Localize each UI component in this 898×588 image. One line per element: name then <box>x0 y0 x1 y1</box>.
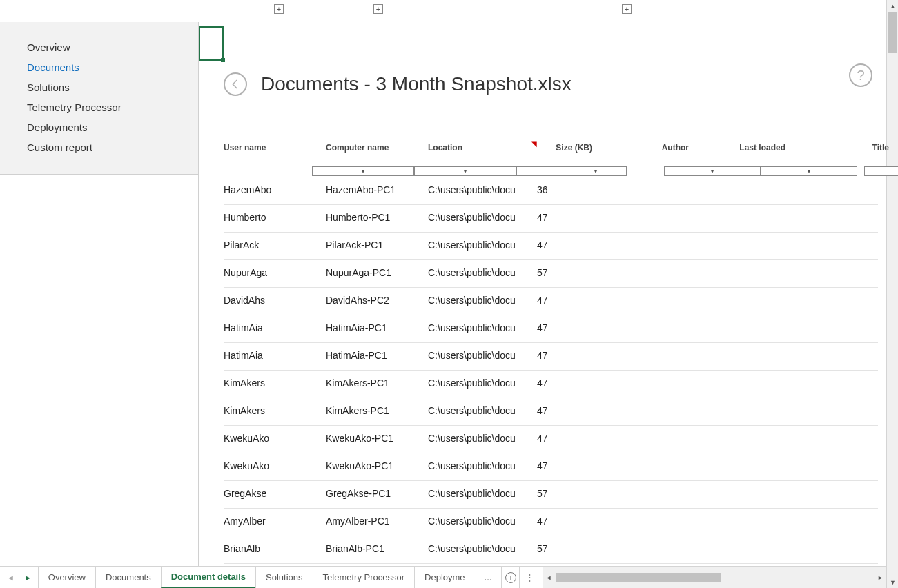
cell-comp: KimAkers-PC1 <box>326 405 428 416</box>
sheet-tab-deployme[interactable]: Deployme <box>414 567 476 588</box>
cell-loc: C:\users\public\docu <box>428 543 523 554</box>
scroll-down-icon[interactable]: ▼ <box>887 576 898 588</box>
navigation-sidebar: OverviewDocumentsSolutionsTelemetry Proc… <box>0 22 199 175</box>
outline-expand-button[interactable]: + <box>622 4 632 14</box>
sheet-nav-prev-icon[interactable]: ◄ <box>7 574 14 582</box>
sheet-nav-next-icon[interactable]: ► <box>24 574 32 582</box>
arrow-left-icon <box>229 78 242 90</box>
cell-user: KimAkers <box>224 405 326 416</box>
sheet-tab-solutions[interactable]: Solutions <box>255 567 313 588</box>
cell-loc: C:\users\public\docu <box>428 350 523 361</box>
filter-button-comp[interactable]: ▾ <box>414 166 516 176</box>
filter-button-size[interactable]: ▾ <box>565 166 627 176</box>
cell-loc: C:\users\public\docu <box>428 212 523 223</box>
help-button[interactable]: ? <box>849 63 872 87</box>
cell-comp: PilarAck-PC1 <box>326 239 428 251</box>
sheet-tab-document-details[interactable]: Document details <box>161 567 256 588</box>
sidebar-item-deployments[interactable]: Deployments <box>0 117 198 137</box>
column-header-size: Size (KB) <box>530 143 592 154</box>
cell-user: AmyAlber <box>224 516 326 527</box>
plus-icon: + <box>505 572 516 583</box>
back-button[interactable] <box>224 72 247 96</box>
sheet-options-icon[interactable]: ⋮ <box>520 567 540 588</box>
outline-expand-button[interactable]: + <box>373 4 383 14</box>
table-row[interactable]: BrianAlbBrianAlb-PC1C:\users\public\docu… <box>224 536 878 564</box>
sidebar-item-overview[interactable]: Overview <box>0 37 198 57</box>
filter-button-title[interactable]: ▾ <box>864 166 898 176</box>
table-row[interactable]: KwekuAkoKwekuAko-PC1C:\users\public\docu… <box>224 426 878 453</box>
sidebar-item-documents[interactable]: Documents <box>0 57 198 77</box>
table-row[interactable]: PilarAckPilarAck-PC1C:\users\public\docu… <box>224 233 878 260</box>
sidebar-item-solutions[interactable]: Solutions <box>0 77 198 97</box>
vertical-scrollbar[interactable]: ▲ ▼ <box>886 0 898 588</box>
cell-size: 36 <box>537 184 578 195</box>
column-label: Computer name <box>326 143 389 154</box>
outline-expand-row: +++ <box>0 0 886 22</box>
sheet-tab-documents[interactable]: Documents <box>95 567 162 588</box>
column-header-loc: Location◥ <box>428 143 530 154</box>
cell-user: GregAkse <box>224 488 326 499</box>
cell-user: BrianAlb <box>224 543 326 554</box>
column-label: Title <box>872 143 889 154</box>
add-sheet-button[interactable]: + <box>502 567 520 588</box>
cell-comp: BrianAlb-PC1 <box>326 543 428 554</box>
cell-loc: C:\users\public\docu <box>428 378 523 389</box>
outline-expand-button[interactable]: + <box>274 4 284 14</box>
cell-comp: GregAkse-PC1 <box>326 488 428 499</box>
sheet-tab-overview[interactable]: Overview <box>38 567 96 588</box>
table-row[interactable]: AmyAlberAmyAlber-PC1C:\users\public\docu… <box>224 509 878 536</box>
sidebar-item-telemetry-processor[interactable]: Telemetry Processor <box>0 97 198 117</box>
horizontal-scrollbar[interactable]: ◄ ► <box>543 567 886 588</box>
cell-size: 57 <box>537 488 578 499</box>
cell-user: HatimAia <box>224 350 326 361</box>
cell-loc: C:\users\public\docu <box>428 405 523 416</box>
table-row[interactable]: HumbertoHumberto-PC1C:\users\public\docu… <box>224 205 878 233</box>
scroll-up-icon[interactable]: ▲ <box>887 0 898 12</box>
table-row[interactable]: KwekuAkoKwekuAko-PC1C:\users\public\docu… <box>224 453 878 481</box>
vertical-scroll-thumb[interactable] <box>888 12 897 53</box>
cell-user: DavidAhs <box>224 295 326 306</box>
horizontal-scroll-thumb[interactable] <box>556 573 721 582</box>
active-cell-indicator[interactable] <box>199 26 224 61</box>
filter-button-last[interactable]: ▾ <box>761 166 857 176</box>
scroll-left-icon[interactable]: ◄ <box>543 571 554 583</box>
table-row[interactable]: DavidAhsDavidAhs-PC2C:\users\public\docu… <box>224 288 878 315</box>
filter-button-auth[interactable]: ▾ <box>664 166 761 176</box>
cell-size: 57 <box>537 543 578 554</box>
cell-size: 47 <box>537 212 578 223</box>
table-row[interactable]: HazemAboHazemAbo-PC1C:\users\public\docu… <box>224 177 878 205</box>
page-header: Documents - 3 Month Snapshot.xlsx <box>224 63 872 105</box>
column-header-last: Last loaded <box>689 143 785 154</box>
column-label: User name <box>224 143 266 154</box>
sheet-tab-telemetry-processor[interactable]: Telemetry Processor <box>313 567 415 588</box>
cell-loc: C:\users\public\docu <box>428 267 523 278</box>
sheet-tab-overflow[interactable]: ... <box>475 567 502 588</box>
column-header-user: User name <box>224 143 326 154</box>
cell-user: Humberto <box>224 212 326 223</box>
sheet-tab-bar: ◄ ► OverviewDocumentsDocument detailsSol… <box>0 566 886 588</box>
table-row[interactable]: NupurAgaNupurAga-PC1C:\users\public\docu… <box>224 260 878 288</box>
cell-comp: HatimAia-PC1 <box>326 322 428 333</box>
cell-comp: AmyAlber-PC1 <box>326 516 428 527</box>
cell-loc: C:\users\public\docu <box>428 239 523 251</box>
cell-size: 47 <box>537 378 578 389</box>
column-label: Size (KB) <box>556 143 592 154</box>
cell-size: 47 <box>537 239 578 251</box>
cell-user: KwekuAko <box>224 433 326 444</box>
cell-comp: KwekuAko-PC1 <box>326 433 428 444</box>
table-row[interactable]: KimAkersKimAkers-PC1C:\users\public\docu… <box>224 398 878 426</box>
sidebar-spacer <box>0 175 199 566</box>
filter-button-user[interactable]: ▾ <box>312 166 414 176</box>
scroll-right-icon[interactable]: ► <box>875 571 886 583</box>
cell-size: 47 <box>537 433 578 444</box>
sidebar-item-custom-report[interactable]: Custom report <box>0 137 198 157</box>
table-row[interactable]: KimAkersKimAkers-PC1C:\users\public\docu… <box>224 371 878 398</box>
cell-comp: Humberto-PC1 <box>326 212 428 223</box>
cell-loc: C:\users\public\docu <box>428 322 523 333</box>
horizontal-scroll-track[interactable] <box>554 571 875 583</box>
table-row[interactable]: GregAkseGregAkse-PC1C:\users\public\docu… <box>224 481 878 509</box>
table-row[interactable]: HatimAiaHatimAia-PC1C:\users\public\docu… <box>224 315 878 343</box>
cell-user: KimAkers <box>224 378 326 389</box>
table-row[interactable]: HatimAiaHatimAia-PC1C:\users\public\docu… <box>224 343 878 371</box>
table-body: HazemAboHazemAbo-PC1C:\users\public\docu… <box>224 177 878 566</box>
